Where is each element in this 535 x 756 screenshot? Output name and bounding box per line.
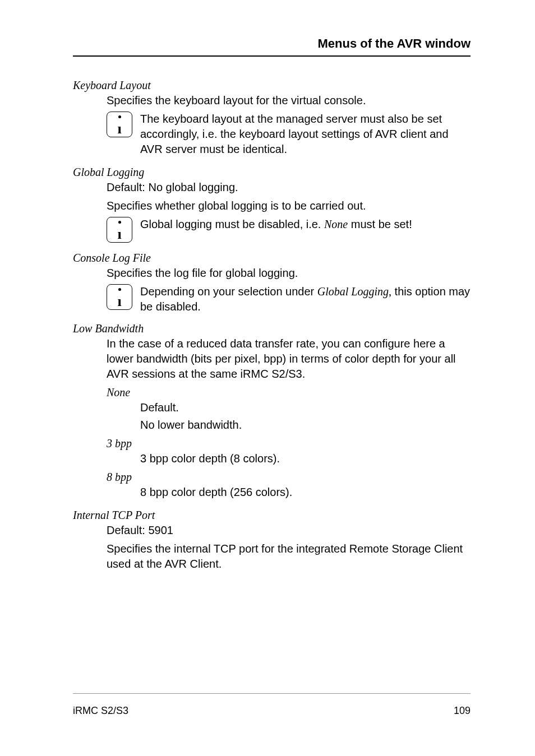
desc-internal-tcp-port-2: Specifies the internal TCP port for the … (107, 541, 471, 572)
subterm-3bpp: 3 bpp (107, 437, 471, 450)
subdesc-3bpp: 3 bpp color depth (8 colors). (140, 451, 471, 466)
term-global-logging: Global Logging (73, 166, 471, 179)
desc-keyboard-layout: Specifies the keyboard layout for the vi… (107, 93, 471, 108)
info-italic: Global Logging, (317, 285, 391, 298)
info-text-console-log-file: Depending on your selection under Global… (140, 284, 471, 314)
header-title: Menus of the AVR window (317, 36, 471, 50)
subdesc-8bpp: 8 bpp color depth (256 colors). (140, 485, 471, 500)
subterm-8bpp: 8 bpp (107, 471, 471, 484)
subterm-none: None (107, 386, 471, 399)
info-block-global-logging: ı Global logging must be disabled, i.e. … (107, 217, 471, 243)
term-low-bandwidth: Low Bandwidth (73, 322, 471, 335)
desc-console-log-file: Specifies the log file for global loggin… (107, 266, 471, 281)
info-icon: ı (107, 284, 132, 310)
info-block-keyboard-layout: ı The keyboard layout at the managed ser… (107, 112, 471, 157)
info-text-keyboard-layout: The keyboard layout at the managed serve… (140, 112, 471, 157)
info-text-global-logging: Global logging must be disabled, i.e. No… (140, 217, 412, 232)
info-icon: ı (107, 217, 132, 243)
info-block-console-log-file: ı Depending on your selection under Glob… (107, 284, 471, 314)
desc-global-logging-2: Specifies whether global logging is to b… (107, 198, 471, 214)
info-icon: ı (107, 112, 132, 137)
footer-left: iRMC S2/S3 (73, 705, 128, 717)
term-internal-tcp-port: Internal TCP Port (73, 509, 471, 522)
term-console-log-file: Console Log File (73, 252, 471, 265)
page-footer: iRMC S2/S3 109 (73, 693, 471, 717)
desc-internal-tcp-port-1: Default: 5901 (107, 523, 471, 538)
info-prefix: Global logging must be disabled, i.e. (140, 218, 324, 230)
term-keyboard-layout: Keyboard Layout (73, 79, 471, 92)
info-prefix: Depending on your selection under (140, 285, 317, 298)
info-italic: None (324, 218, 348, 230)
desc-global-logging-1: Default: No global logging. (107, 180, 471, 195)
page-header: Menus of the AVR window (73, 36, 471, 57)
footer-right: 109 (454, 705, 471, 717)
subdesc-none-2: No lower bandwidth. (140, 418, 471, 433)
info-suffix: must be set! (348, 218, 412, 230)
subdesc-none-1: Default. (140, 400, 471, 415)
desc-low-bandwidth: In the case of a reduced data transfer r… (107, 336, 471, 382)
